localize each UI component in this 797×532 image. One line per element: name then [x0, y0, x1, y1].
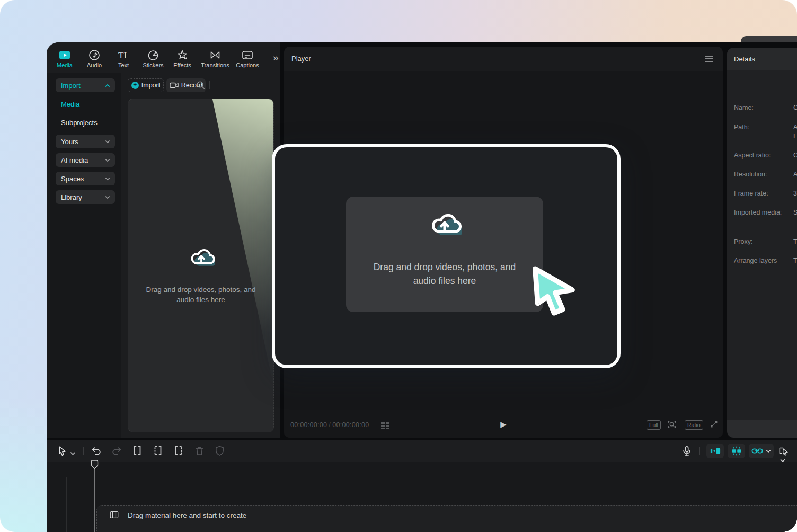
sidebar-item-subprojects[interactable]: Subprojects — [61, 119, 98, 127]
timeline-toolbar — [47, 440, 797, 462]
details-value-path-line2: I — [793, 132, 797, 140]
tab-transitions[interactable]: Transitions — [197, 48, 234, 68]
cursor-pointer-icon — [529, 265, 585, 322]
playhead-line[interactable] — [94, 468, 95, 532]
quality-icon[interactable] — [380, 422, 391, 432]
dropzone-hint: Drag and drop videos, photos, and audio … — [128, 285, 273, 305]
ratio-badge[interactable]: Ratio — [685, 420, 703, 430]
sidebar-item-ai-media[interactable]: AI media — [56, 153, 115, 167]
divider — [699, 447, 700, 455]
trash-icon[interactable] — [194, 445, 205, 458]
page: Media Audio TI Text Stickers Effects — [0, 0, 797, 532]
chevron-down-icon — [105, 140, 110, 144]
chevron-up-icon — [105, 84, 110, 87]
modal-dropzone[interactable]: Drag and drop videos, photos, and audio … — [346, 197, 543, 312]
playhead-handle[interactable] — [91, 460, 99, 472]
player-controls: 00:00:00:00/00:00:00:00 ▶ Full Ratio — [284, 418, 723, 433]
full-badge[interactable]: Full — [647, 420, 661, 430]
media-dropzone[interactable]: Drag and drop videos, photos, and audio … — [128, 99, 274, 432]
player-title: Player — [291, 55, 311, 63]
upload-cloud-icon — [428, 207, 462, 240]
link-toggle-button[interactable] — [749, 444, 774, 458]
divider — [733, 227, 797, 227]
details-value-arrange-layers: T — [793, 257, 797, 264]
sidebar-item-import[interactable]: Import — [56, 78, 115, 92]
details-value-resolution: A — [793, 171, 797, 178]
tab-captions[interactable]: Captions — [229, 48, 266, 68]
play-button[interactable]: ▶ — [500, 420, 507, 429]
plus-icon: + — [131, 82, 139, 89]
preview-axis-icon — [731, 446, 742, 456]
film-icon — [110, 511, 119, 521]
timecode: 00:00:00:00/00:00:00:00 — [290, 421, 369, 429]
details-label-frame-rate: Frame rate: — [734, 190, 768, 197]
sidebar-item-library[interactable]: Library — [56, 190, 115, 204]
chevron-down-icon — [105, 196, 110, 199]
chevron-down-icon — [766, 449, 771, 453]
zoom-fit-icon[interactable] — [667, 419, 677, 432]
snap-toggle-button[interactable] — [706, 444, 724, 458]
modal-dropzone-hint: Drag and drop videos, photos, and audio … — [346, 260, 543, 288]
details-label-name: Name: — [734, 104, 754, 111]
undo-icon[interactable] — [90, 445, 102, 458]
details-body: Name: C Path: A I Aspect ratio: O Resolu… — [727, 70, 797, 420]
snap-icon — [710, 447, 721, 455]
details-label-proxy: Proxy: — [734, 238, 752, 245]
divider — [83, 447, 84, 455]
microphone-icon[interactable] — [681, 445, 692, 459]
details-value-path: A — [793, 123, 797, 131]
preview-axis-button[interactable] — [728, 444, 745, 458]
sidebar-item-spaces[interactable]: Spaces — [56, 172, 115, 185]
upload-cloud-icon — [188, 243, 215, 271]
details-panel: Details Name: C Path: A I Aspect ratio: … — [727, 48, 797, 438]
chevron-down-icon — [105, 177, 110, 181]
effects-icon — [164, 48, 201, 61]
details-label-aspect-ratio: Aspect ratio: — [734, 152, 771, 159]
search-icon[interactable] — [196, 80, 206, 92]
sidebar: Import Media Subprojects Yours AI media … — [47, 73, 121, 438]
link-icon — [751, 447, 763, 455]
split-icon[interactable] — [131, 445, 143, 458]
details-label-resolution: Resolution: — [734, 171, 767, 178]
timeline-hint: Drag material here and start to create — [128, 511, 246, 519]
svg-text:TI: TI — [118, 50, 127, 60]
more-tabs-icon[interactable]: » — [273, 52, 279, 64]
transitions-icon — [197, 48, 234, 61]
camera-icon — [170, 82, 179, 89]
track-header-divider — [66, 477, 67, 532]
divider — [209, 81, 210, 89]
details-label-path: Path: — [734, 123, 749, 131]
player-menu-icon[interactable] — [705, 56, 713, 64]
tab-effects[interactable]: Effects — [164, 48, 201, 68]
redo-icon[interactable] — [111, 445, 123, 458]
details-value-imported-media: S — [793, 209, 797, 216]
details-title: Details — [727, 48, 797, 70]
details-label-arrange-layers: Arrange layers — [734, 257, 777, 264]
details-value-name: C — [793, 104, 797, 111]
timeline-area[interactable]: Drag material here and start to create — [47, 462, 797, 532]
main-track-dropzone[interactable]: Drag material here and start to create — [96, 505, 797, 532]
chevron-down-icon[interactable] — [70, 448, 76, 458]
captions-icon — [229, 48, 266, 61]
drag-drop-modal: Drag and drop videos, photos, and audio … — [272, 144, 621, 368]
chevron-down-icon — [105, 158, 110, 162]
sidebar-item-media[interactable]: Media — [61, 100, 79, 108]
details-value-frame-rate: 3 — [793, 190, 797, 197]
top-tab-bar: Media Audio TI Text Stickers Effects — [47, 42, 280, 74]
delete-right-icon[interactable] — [173, 445, 184, 458]
import-button[interactable]: + Import — [128, 78, 164, 92]
details-label-imported-media: Imported media: — [734, 209, 782, 216]
shield-icon[interactable] — [215, 445, 225, 458]
cursor-box-icon — [778, 446, 791, 456]
fullscreen-icon[interactable] — [709, 419, 719, 431]
details-value-aspect-ratio: O — [793, 152, 797, 159]
delete-left-icon[interactable] — [152, 445, 164, 458]
select-tool-icon[interactable] — [57, 445, 67, 459]
details-value-proxy: T — [793, 238, 797, 245]
sidebar-item-yours[interactable]: Yours — [56, 135, 115, 148]
details-footer — [727, 420, 797, 438]
media-panel: + Import Record Drag and drop videos, ph… — [121, 73, 280, 438]
